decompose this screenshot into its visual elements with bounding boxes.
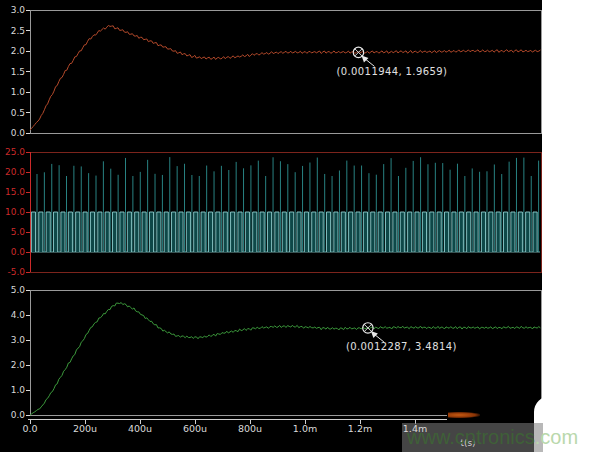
trace-step-response-lower	[30, 303, 540, 415]
y-tick-label: -5.0	[7, 267, 25, 277]
y-tick-label: 3.0	[11, 5, 26, 15]
y-tick-label: 2.5	[11, 26, 25, 36]
y-tick-label: 0.5	[11, 108, 25, 118]
pwm-fill	[31, 212, 537, 252]
plot-canvas: 3.02.52.01.51.00.50.025.020.015.010.05.0…	[0, 0, 600, 452]
y-tick-label: 5.0	[11, 227, 26, 237]
y-tick-label: 2.0	[11, 46, 26, 56]
y-tick-label: 4.0	[11, 310, 26, 320]
page-background-strip	[542, 0, 600, 452]
watermark-main: www.cntronics	[407, 426, 535, 448]
y-tick-label: 1.5	[11, 67, 25, 77]
plot1-border	[30, 10, 541, 133]
y-tick-label: 0.0	[11, 247, 26, 257]
watermark-text: www.cntronics.com	[407, 424, 578, 451]
y-tick-label: 1.0	[11, 385, 26, 395]
y-tick-label: 0.0	[11, 128, 26, 138]
y-tick-label: 10.0	[5, 207, 25, 217]
y-tick-label: 3.0	[11, 335, 26, 345]
cursor-readout-upper[interactable]: (0.0011944, 1.9659)	[336, 66, 447, 77]
trace-step-response-upper	[30, 25, 540, 130]
y-tick-label: 20.0	[5, 167, 25, 177]
cursor-marker-plot1[interactable]	[353, 47, 374, 66]
cursor-readout-lower[interactable]: (0.0012287, 3.4814)	[346, 341, 457, 352]
y-tick-label: 15.0	[5, 187, 25, 197]
cursor-marker-plot3[interactable]	[363, 323, 384, 342]
y-tick-label: 5.0	[11, 285, 26, 295]
y-tick-label: 1.0	[11, 87, 26, 97]
y-tick-label: 2.0	[11, 360, 26, 370]
waveform-viewer: 3.02.52.01.51.00.50.025.020.015.010.05.0…	[0, 0, 600, 452]
y-tick-label: 25.0	[5, 147, 25, 157]
axis-artifact	[448, 412, 480, 418]
watermark-suffix: .com	[535, 426, 578, 448]
y-tick-label: 0.0	[11, 410, 26, 420]
